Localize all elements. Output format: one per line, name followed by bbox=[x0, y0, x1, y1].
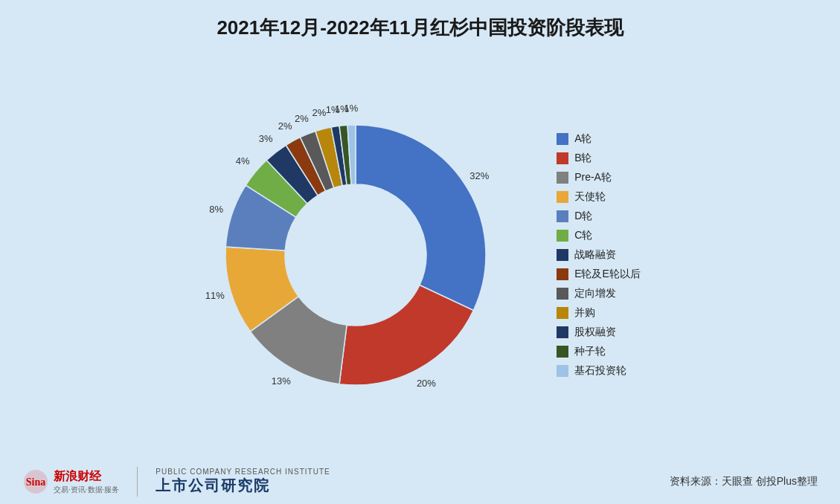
research-logo: PUBLIC COMPANY RESEARCH INSTITUTE 上市公司研究… bbox=[156, 468, 330, 496]
legend-label: B轮 bbox=[574, 152, 591, 165]
legend-label: D轮 bbox=[574, 210, 592, 223]
legend-item: E轮及E轮以后 bbox=[557, 268, 641, 281]
legend-item: 定向增发 bbox=[557, 287, 641, 300]
legend-item: D轮 bbox=[557, 210, 641, 223]
legend-color-box bbox=[557, 307, 568, 319]
legend-item: 天使轮 bbox=[557, 190, 641, 204]
legend-color-box bbox=[557, 172, 568, 184]
svg-text:3%: 3% bbox=[259, 133, 273, 144]
legend-color-box bbox=[557, 249, 568, 261]
legend-item: 基石投资轮 bbox=[557, 364, 641, 378]
legend-item: B轮 bbox=[557, 152, 641, 165]
legend-label: C轮 bbox=[574, 229, 592, 242]
legend-label: 并购 bbox=[574, 306, 595, 320]
donut-chart: 32%20%13%11%8%4%3%2%2%2%1%1%1% bbox=[199, 99, 512, 411]
legend-color-box bbox=[557, 210, 568, 222]
footer-logos: Sina 新浪财经 交易·资讯·数据·服务 PUBLIC COMPANY RES… bbox=[22, 467, 330, 497]
svg-text:8%: 8% bbox=[209, 204, 223, 215]
legend-color-box bbox=[557, 365, 568, 377]
svg-text:2%: 2% bbox=[312, 107, 327, 118]
sina-sub: 交易·资讯·数据·服务 bbox=[54, 485, 119, 495]
legend-item: C轮 bbox=[557, 229, 641, 242]
legend-item: Pre-A轮 bbox=[557, 171, 641, 184]
legend: A轮B轮Pre-A轮天使轮D轮C轮战略融资E轮及E轮以后定向增发并购股权融资种子… bbox=[557, 132, 641, 378]
svg-text:13%: 13% bbox=[272, 375, 291, 386]
sina-brand: 新浪财经 bbox=[54, 469, 119, 485]
legend-color-box bbox=[557, 346, 568, 358]
legend-label: 天使轮 bbox=[574, 190, 606, 204]
sina-logo: Sina 新浪财经 交易·资讯·数据·服务 bbox=[22, 468, 119, 495]
svg-text:2%: 2% bbox=[295, 112, 309, 123]
legend-label: 股权融资 bbox=[574, 326, 616, 339]
legend-label: 基石投资轮 bbox=[574, 364, 626, 378]
legend-color-box bbox=[557, 288, 568, 300]
research-label: 上市公司研究院 bbox=[156, 476, 330, 496]
research-sub: PUBLIC COMPANY RESEARCH INSTITUTE bbox=[156, 468, 330, 476]
legend-item: 种子轮 bbox=[557, 345, 641, 358]
svg-text:20%: 20% bbox=[417, 377, 436, 388]
legend-item: 战略融资 bbox=[557, 248, 641, 262]
svg-text:1%: 1% bbox=[344, 103, 359, 114]
svg-text:11%: 11% bbox=[205, 289, 225, 300]
legend-label: E轮及E轮以后 bbox=[574, 268, 641, 281]
legend-label: 战略融资 bbox=[574, 248, 616, 262]
legend-item: 并购 bbox=[557, 306, 641, 320]
legend-label: 种子轮 bbox=[574, 345, 606, 358]
legend-color-box bbox=[557, 133, 568, 145]
chart-title: 2021年12月-2022年11月红杉中国投资阶段表现 bbox=[217, 15, 623, 41]
legend-label: Pre-A轮 bbox=[574, 171, 612, 184]
legend-color-box bbox=[557, 152, 568, 164]
svg-text:4%: 4% bbox=[236, 155, 250, 167]
sina-icon: Sina bbox=[22, 468, 49, 495]
legend-color-box bbox=[557, 326, 568, 338]
footer-source: 资料来源：天眼查 创投Plus整理 bbox=[670, 475, 818, 488]
legend-label: 定向增发 bbox=[574, 287, 616, 300]
legend-item: A轮 bbox=[557, 132, 641, 146]
divider bbox=[137, 467, 138, 497]
legend-color-box bbox=[557, 268, 568, 280]
svg-text:Sina: Sina bbox=[26, 476, 45, 488]
chart-area: 32%20%13%11%8%4%3%2%2%2%1%1%1% A轮B轮Pre-A… bbox=[22, 48, 818, 461]
footer: Sina 新浪财经 交易·资讯·数据·服务 PUBLIC COMPANY RES… bbox=[22, 461, 818, 497]
main-container: 2021年12月-2022年11月红杉中国投资阶段表现 32%20%13%11%… bbox=[0, 0, 840, 504]
legend-color-box bbox=[557, 230, 568, 242]
svg-text:2%: 2% bbox=[278, 120, 292, 132]
legend-color-box bbox=[557, 191, 568, 203]
legend-label: A轮 bbox=[574, 132, 591, 146]
legend-item: 股权融资 bbox=[557, 326, 641, 339]
svg-text:32%: 32% bbox=[469, 170, 489, 181]
